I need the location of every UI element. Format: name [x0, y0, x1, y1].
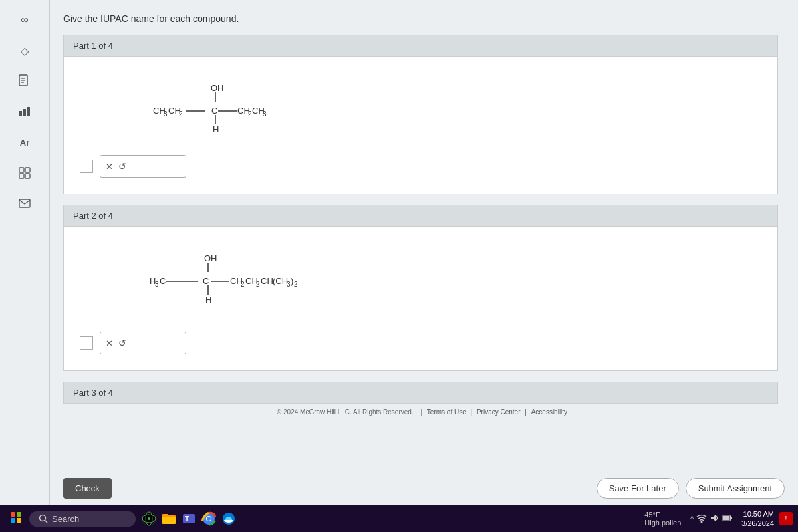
svg-rect-46	[11, 512, 15, 517]
svg-text:H: H	[213, 124, 219, 134]
svg-rect-10	[25, 174, 30, 178]
save-for-later-button[interactable]: Save For Later	[597, 478, 679, 499]
terms-link[interactable]: Terms of Use	[427, 408, 466, 416]
part2-section: Part 2 of 4 OH H 3 C C	[63, 205, 778, 371]
part1-body: OH CH 3 CH 2 C H	[64, 57, 777, 194]
svg-rect-47	[17, 512, 21, 517]
taskbar-icon-explorer[interactable]	[161, 511, 177, 527]
svg-point-50	[40, 515, 46, 521]
weather-condition: High pollen	[644, 519, 681, 527]
part1-checkbox[interactable]	[80, 160, 93, 173]
weather-temp: 45°F	[644, 511, 681, 519]
part1-input-box[interactable]: ✕ ↺	[100, 155, 186, 178]
svg-point-63	[701, 521, 703, 523]
grid-icon[interactable]	[15, 164, 34, 182]
part1-clear-icon[interactable]: ✕	[106, 162, 113, 172]
submit-assignment-button[interactable]: Submit Assignment	[686, 478, 785, 499]
svg-rect-67	[731, 517, 732, 519]
diamond-icon[interactable]: ◇	[15, 41, 34, 60]
svg-text:2: 2	[179, 110, 183, 118]
part2-structure: OH H 3 C C H CH 2	[80, 240, 761, 327]
ar-icon[interactable]: Ar	[15, 133, 34, 152]
chem-structure-1: OH CH 3 CH 2 C H	[100, 76, 326, 143]
svg-text:2: 2	[294, 281, 298, 288]
search-text: Search	[52, 514, 79, 524]
svg-text:): )	[291, 276, 293, 286]
part2-clear-icon[interactable]: ✕	[106, 338, 113, 348]
taskbar-icons: T	[141, 511, 237, 527]
part1-section: Part 1 of 4 OH CH 3 CH 2 C	[63, 35, 778, 194]
bottom-action-bar: Check Save For Later Submit Assignment	[50, 471, 798, 505]
svg-point-56	[148, 517, 150, 520]
svg-marker-64	[711, 515, 716, 521]
taskbar-search[interactable]: Search	[29, 511, 136, 527]
part3-header: Part 3 of 4	[64, 382, 777, 404]
bottom-right-buttons: Save For Later Submit Assignment	[597, 478, 785, 499]
svg-text:H: H	[205, 295, 211, 305]
svg-rect-48	[11, 518, 15, 523]
network-icon[interactable]	[696, 513, 707, 525]
volume-icon[interactable]	[710, 513, 719, 525]
part2-refresh-icon[interactable]: ↺	[118, 338, 126, 348]
mail-icon[interactable]	[15, 194, 34, 213]
svg-rect-6	[27, 107, 30, 116]
privacy-link[interactable]: Privacy Center	[477, 408, 521, 416]
current-date: 3/26/2024	[741, 519, 774, 528]
accessibility-link[interactable]: Accessibility	[531, 408, 567, 416]
svg-rect-49	[17, 518, 21, 523]
battery-icon[interactable]	[722, 514, 732, 523]
svg-text:3: 3	[164, 110, 168, 118]
svg-text:C: C	[160, 276, 166, 286]
part2-checkbox[interactable]	[80, 336, 93, 350]
taskbar-icon-chrome[interactable]	[201, 511, 217, 527]
svg-rect-7	[19, 168, 24, 172]
main-content: Give the IUPAC name for each compound. P…	[50, 0, 798, 505]
separator1: |	[420, 408, 424, 416]
check-button[interactable]: Check	[63, 478, 112, 499]
part2-answer-row: ✕ ↺	[80, 332, 761, 354]
document-icon[interactable]	[15, 72, 34, 90]
taskbar-icon-teams[interactable]: T	[181, 511, 197, 527]
infinity-icon[interactable]: ∞	[15, 11, 34, 29]
start-button[interactable]	[5, 512, 27, 525]
part2-header: Part 2 of 4	[64, 205, 777, 227]
copyright-text: © 2024 McGraw Hill LLC. All Rights Reser…	[277, 408, 414, 416]
chart-icon[interactable]	[15, 102, 34, 121]
copyright-bar: © 2024 McGraw Hill LLC. All Rights Reser…	[63, 407, 778, 417]
svg-text:OH: OH	[211, 83, 224, 93]
svg-rect-9	[19, 174, 24, 178]
taskbar-time[interactable]: 10:50 AM 3/26/2024	[741, 509, 774, 529]
svg-rect-11	[19, 200, 30, 207]
svg-text:C: C	[211, 106, 217, 116]
page-question: Give the IUPAC name for each compound.	[63, 13, 778, 24]
svg-point-62	[207, 517, 211, 521]
svg-text:T: T	[185, 515, 189, 523]
taskbar-weather: 45°F High pollen	[644, 511, 681, 527]
svg-rect-8	[25, 168, 30, 172]
svg-rect-66	[723, 516, 730, 520]
taskbar-icon-widgets[interactable]	[141, 511, 157, 527]
part1-structure: OH CH 3 CH 2 C H	[80, 70, 761, 150]
current-time: 10:50 AM	[741, 509, 774, 519]
taskbar: Search T	[0, 505, 798, 532]
taskbar-right: 45°F High pollen ^	[644, 509, 793, 529]
svg-text:3: 3	[263, 110, 267, 118]
taskbar-icon-edge[interactable]	[221, 511, 237, 527]
sidebar: ∞ ◇ Ar	[0, 0, 50, 505]
part3-section: Part 3 of 4	[63, 382, 778, 404]
svg-text:(CH: (CH	[273, 276, 288, 286]
part1-refresh-icon[interactable]: ↺	[118, 161, 126, 172]
separator3: |	[525, 408, 528, 416]
part2-input-box[interactable]: ✕ ↺	[100, 332, 186, 354]
svg-text:OH: OH	[204, 253, 217, 263]
svg-text:CH: CH	[261, 276, 273, 286]
separator2: |	[471, 408, 474, 416]
part1-answer-row: ✕ ↺	[80, 155, 761, 178]
chem-structure-2: OH H 3 C C H CH 2	[100, 247, 352, 320]
part1-header: Part 1 of 4	[64, 35, 777, 57]
svg-text:2: 2	[256, 281, 260, 288]
taskbar-notification[interactable]: !	[779, 512, 793, 525]
tray-up-arrow[interactable]: ^	[690, 515, 694, 523]
svg-rect-4	[19, 111, 22, 116]
svg-text:2: 2	[241, 281, 245, 288]
